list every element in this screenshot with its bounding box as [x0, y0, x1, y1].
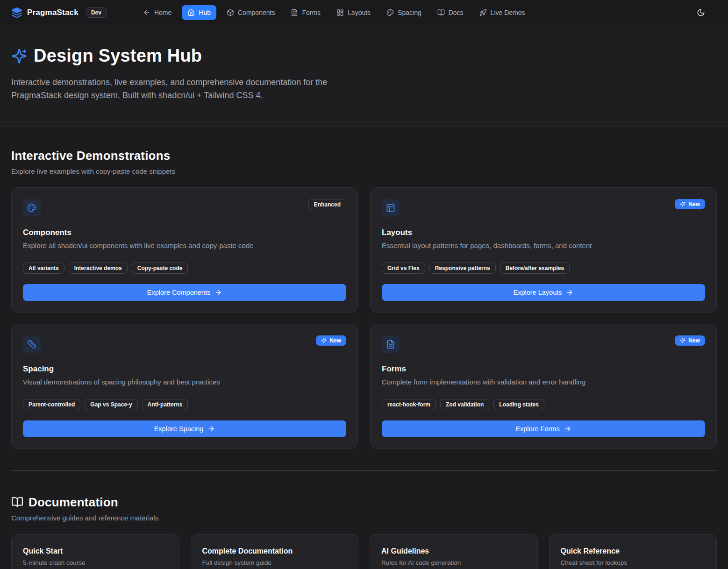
panels-top-left-icon [382, 199, 400, 217]
explore-components-button[interactable]: Explore Components [23, 284, 346, 301]
palette-icon [23, 199, 41, 217]
nav-label: Layouts [348, 9, 371, 16]
tag: Loading states [493, 399, 544, 410]
demo-card-spacing: New Spacing Visual demonstrations of spa… [11, 324, 358, 449]
sparkles-icon [11, 48, 27, 64]
explore-spacing-button[interactable]: Explore Spacing [23, 420, 346, 437]
card-title: Forms [382, 364, 705, 374]
nav-item-docs[interactable]: Docs [432, 5, 469, 20]
demos-section-subtitle: Explore live examples with copy-paste co… [11, 167, 717, 175]
documentation-section: Documentation Comprehensive guides and r… [11, 495, 717, 569]
nav-item-home[interactable]: Home [137, 5, 177, 20]
demo-card-forms: New Forms Complete form implementations … [370, 324, 717, 449]
doc-card-description: Full design system guide [202, 559, 347, 566]
tag: Grid vs Flex [382, 263, 425, 274]
section-divider [11, 470, 717, 471]
tag: Gap vs Space-y [85, 399, 137, 410]
badge-label: New [688, 337, 700, 344]
nav-item-live-demos[interactable]: Live Demos [474, 5, 531, 20]
doc-card-quick-start[interactable]: Quick Start 5-minute crash course [11, 534, 179, 569]
button-label: Explore Layouts [514, 289, 562, 296]
doc-card-ai-guidelines[interactable]: AI Guidelines Rules for AI code generati… [370, 534, 538, 569]
badge-label: New [329, 337, 341, 344]
ruler-icon [23, 335, 41, 353]
tag: Parent-controlled [23, 399, 80, 410]
nav-label: Spacing [398, 9, 421, 16]
page-title: Design System Hub [34, 46, 202, 66]
tag-row: react-hook-form Zod validation Loading s… [382, 399, 705, 410]
button-label: Explore Components [147, 289, 210, 296]
demo-card-layouts: New Layouts Essential layout patterns fo… [370, 187, 717, 313]
new-badge: New [316, 335, 346, 346]
rocket-icon [479, 9, 487, 16]
tag: Copy-paste code [132, 263, 188, 274]
doc-card-title: AI Guidelines [381, 547, 526, 555]
theme-toggle-button[interactable] [692, 4, 709, 21]
demos-section-title: Interactive Demonstrations [11, 149, 717, 163]
card-description: Visual demonstrations of spacing philoso… [23, 378, 346, 386]
hero-section: Design System Hub Interactive demonstrat… [0, 25, 728, 127]
button-label: Explore Spacing [154, 425, 204, 433]
nav-item-hub[interactable]: Hub [182, 5, 216, 20]
doc-card-title: Quick Start [23, 547, 168, 555]
card-title: Layouts [382, 228, 705, 237]
nav-label: Docs [449, 9, 464, 16]
badge-label: New [688, 201, 700, 207]
sparkles-icon [680, 201, 685, 207]
file-text-icon [382, 335, 400, 353]
enhanced-badge: Enhanced [308, 199, 346, 210]
docs-section-title: Documentation [29, 495, 118, 510]
arrow-right-icon [207, 425, 215, 433]
new-badge: New [675, 199, 705, 209]
top-navbar: PragmaStack Dev Home Hub Components Fo [0, 0, 728, 25]
explore-forms-button[interactable]: Explore Forms [382, 420, 705, 437]
dev-badge: Dev [86, 7, 107, 18]
nav-label: Hub [199, 9, 211, 16]
book-open-icon [437, 9, 445, 16]
nav-label: Live Demos [491, 9, 525, 16]
demo-card-grid: Enhanced Components Explore all shadcn/u… [11, 187, 717, 449]
doc-card-complete-documentation[interactable]: Complete Documentation Full design syste… [191, 534, 359, 569]
package-icon [227, 9, 234, 16]
button-label: Explore Forms [515, 425, 559, 433]
main-nav: Home Hub Components Forms Layouts [137, 5, 531, 20]
tag: Before/after examples [500, 263, 570, 274]
palette-icon [386, 9, 394, 16]
doc-card-title: Complete Documentation [202, 547, 347, 555]
tag: All variants [23, 263, 64, 274]
layers-logo-icon [11, 7, 22, 18]
brand-name: PragmaStack [27, 8, 79, 17]
card-description: Complete form implementations with valid… [382, 378, 705, 386]
main-content: Interactive Demonstrations Explore live … [0, 127, 728, 569]
nav-item-forms[interactable]: Forms [285, 5, 326, 20]
docs-section-subtitle: Comprehensive guides and reference mater… [11, 514, 717, 522]
card-description: Essential layout patterns for pages, das… [382, 242, 705, 249]
tag: Interactive demos [69, 263, 128, 274]
arrow-right-icon [214, 289, 222, 296]
doc-card-description: 5-minute crash course [23, 559, 168, 566]
card-title: Components [23, 228, 346, 237]
arrow-right-icon [566, 289, 573, 296]
demo-card-components: Enhanced Components Explore all shadcn/u… [11, 187, 358, 313]
card-description: Explore all shadcn/ui components with li… [23, 242, 346, 249]
nav-label: Home [154, 9, 171, 16]
nav-label: Forms [302, 9, 321, 16]
nav-item-spacing[interactable]: Spacing [381, 5, 427, 20]
house-icon [187, 9, 195, 16]
new-badge: New [675, 335, 705, 346]
tag: Zod validation [440, 399, 489, 410]
sparkles-icon [680, 338, 685, 343]
file-text-icon [291, 9, 298, 16]
explore-layouts-button[interactable]: Explore Layouts [382, 284, 705, 301]
brand[interactable]: PragmaStack Dev [11, 7, 107, 18]
tag-row: Grid vs Flex Responsive patterns Before/… [382, 263, 705, 274]
layout-dashboard-icon [336, 9, 344, 16]
nav-item-layouts[interactable]: Layouts [331, 5, 376, 20]
book-open-icon [11, 496, 23, 508]
nav-item-components[interactable]: Components [221, 5, 280, 20]
tag: Anti-patterns [142, 399, 188, 410]
arrow-right-icon [564, 425, 571, 433]
moon-icon [697, 8, 705, 17]
doc-card-quick-reference[interactable]: Quick Reference Cheat sheet for lookups [549, 534, 717, 569]
arrow-left-icon [143, 9, 150, 16]
